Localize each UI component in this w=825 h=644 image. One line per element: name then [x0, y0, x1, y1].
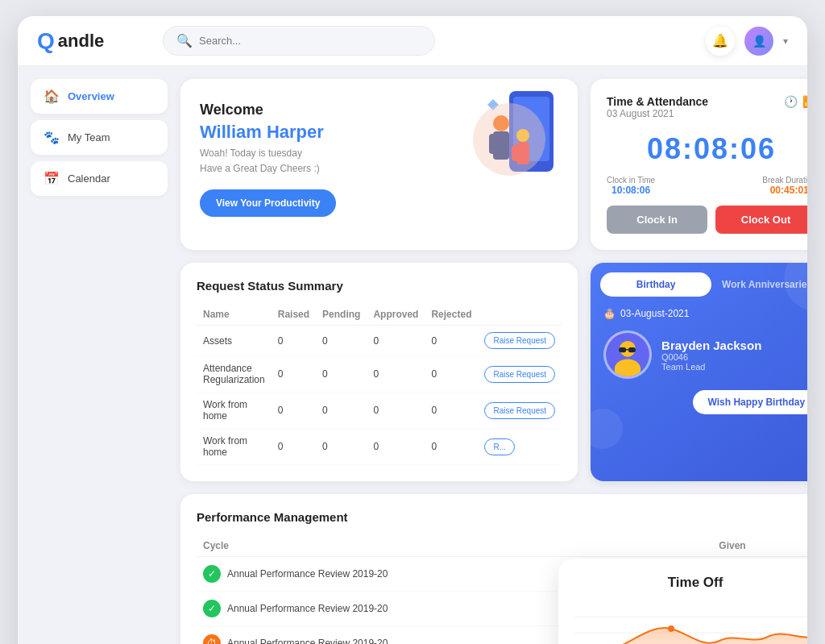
sidebar-item-my-team[interactable]: 🐾 My Team	[31, 120, 168, 155]
table-row: Work from home 0 0 0 0 Raise Request	[197, 393, 562, 429]
attendance-card: Time & Attendance 03 August 2021 🕐 📶 08:…	[591, 79, 807, 250]
request-pending: 0	[316, 429, 367, 465]
logo-q: Q	[37, 28, 55, 54]
attendance-date: 03 August 2021	[607, 108, 708, 119]
avatar-illustration	[606, 330, 649, 379]
time-labels: Clock in Time 10:08:06 Break Duration 00…	[607, 176, 807, 196]
request-rejected: 0	[425, 393, 478, 429]
request-pending: 0	[316, 393, 367, 429]
status-icon: ⏱	[203, 634, 221, 644]
table-row: Work from home 0 0 0 0 R...	[197, 429, 562, 465]
attendance-time-display: 08:08:06	[607, 132, 807, 166]
request-status-card: Request Status Summary Name Raised Pendi…	[180, 263, 578, 481]
request-raised: 0	[272, 356, 316, 393]
view-productivity-button[interactable]: View Your Productivity	[200, 189, 336, 217]
timeoff-card: Time Off	[558, 559, 807, 644]
status-icon: ✓	[203, 600, 221, 617]
main-content: Welcome William Harper Woah! Today is tu…	[180, 79, 807, 644]
request-raised: 0	[272, 393, 316, 429]
birthday-person-name: Brayden Jackson	[661, 339, 761, 352]
break-value: 00:45:01	[762, 185, 807, 196]
logo: Q andle	[37, 28, 150, 54]
attendance-icons: 🕐 📶	[784, 95, 807, 108]
clock-in-button[interactable]: Clock In	[607, 206, 707, 234]
clock-out-button[interactable]: Clock Out	[715, 206, 807, 234]
timeoff-chart	[574, 600, 807, 644]
signal-icon[interactable]: 📶	[802, 95, 807, 108]
illustration-circle	[473, 103, 545, 176]
wish-birthday-button[interactable]: Wish Happy Birthday	[693, 390, 807, 414]
header-actions: 🔔 👤 ▾	[706, 27, 788, 56]
col-rejected: Rejected	[425, 304, 478, 326]
clock-in-info: Clock in Time 10:08:06	[607, 176, 655, 196]
request-name: Assets	[197, 326, 272, 356]
perf-col-cycle: Cycle	[197, 535, 712, 557]
request-name: Work from home	[197, 429, 272, 465]
birthday-content: 🎂 03-August-2021	[591, 297, 807, 430]
timeoff-title: Time Off	[574, 575, 807, 591]
welcome-card: Welcome William Harper Woah! Today is tu…	[180, 79, 578, 250]
home-icon: 🏠	[44, 89, 60, 104]
clock-in-value: 10:08:06	[607, 185, 655, 196]
birthday-person-role: Team Lead	[661, 362, 761, 372]
request-pending: 0	[316, 356, 367, 393]
search-icon: 🔍	[176, 33, 193, 48]
search-input[interactable]	[199, 35, 421, 47]
welcome-illustration	[465, 87, 562, 200]
attendance-title: Time & Attendance	[607, 95, 708, 108]
svg-point-13	[615, 359, 641, 379]
clock-buttons: Clock In Clock Out	[607, 206, 807, 234]
cake-icon: 🎂	[603, 308, 616, 319]
clock-in-label: Clock in Time	[607, 176, 655, 185]
request-name: Attendance Regularization	[197, 356, 272, 393]
request-rejected: 0	[425, 429, 478, 465]
request-approved: 0	[367, 429, 425, 465]
chevron-down-icon[interactable]: ▾	[783, 35, 788, 47]
sidebar-item-calendar[interactable]: 📅 Calendar	[31, 161, 168, 196]
birthday-person-id: Q0046	[661, 352, 761, 362]
performance-title: Performance Management	[197, 510, 807, 524]
col-raised: Raised	[272, 304, 316, 326]
table-row: Attendance Regularization 0 0 0 0 Raise …	[197, 356, 562, 393]
col-pending: Pending	[316, 304, 367, 326]
team-icon: 🐾	[44, 130, 60, 145]
raise-request-button[interactable]: R...	[484, 438, 515, 455]
sidebar-item-label: Calendar	[68, 172, 110, 185]
request-pending: 0	[316, 326, 367, 356]
user-avatar[interactable]: 👤	[744, 27, 773, 56]
app-container: Q andle 🔍 🔔 👤 ▾ 🏠 Overview 🐾 My Team	[18, 16, 807, 644]
raise-request-button[interactable]: Raise Request	[484, 402, 555, 419]
main-layout: 🏠 Overview 🐾 My Team 📅 Calendar Welcome …	[18, 66, 807, 644]
col-action	[478, 304, 562, 326]
search-bar[interactable]: 🔍	[163, 26, 435, 56]
svg-rect-15	[628, 347, 636, 352]
table-row: Assets 0 0 0 0 Raise Request	[197, 326, 562, 356]
bell-icon[interactable]: 🔔	[706, 27, 735, 56]
chart-container: 8AM 10AM 12PM 2PM 4PM 6PM 8PM 10PM	[574, 600, 807, 644]
request-approved: 0	[367, 356, 425, 393]
raise-request-button[interactable]: Raise Request	[484, 366, 555, 383]
header: Q andle 🔍 🔔 👤 ▾	[18, 16, 807, 66]
middle-row: Request Status Summary Name Raised Pendi…	[180, 263, 807, 481]
col-name: Name	[197, 304, 272, 326]
clock-icon[interactable]: 🕐	[784, 95, 798, 108]
birthday-tabs: Birthday Work Anniversaries	[591, 263, 807, 297]
request-rejected: 0	[425, 326, 478, 356]
request-name: Work from home	[197, 393, 272, 429]
sidebar-item-overview[interactable]: 🏠 Overview	[31, 79, 168, 114]
bottom-row: Performance Management Cycle Given ✓ An	[180, 494, 807, 644]
request-approved: 0	[367, 326, 425, 356]
svg-point-21	[668, 625, 674, 632]
birthday-date: 🎂 03-August-2021	[603, 308, 807, 319]
request-raised: 0	[272, 326, 316, 356]
tab-birthday[interactable]: Birthday	[600, 272, 711, 297]
birthday-person-avatar	[603, 330, 652, 379]
calendar-icon: 📅	[44, 171, 60, 186]
col-approved: Approved	[367, 304, 425, 326]
break-info: Break Duration 00:45:01	[762, 176, 807, 196]
raise-request-button[interactable]: Raise Request	[484, 332, 555, 349]
sidebar-item-label: My Team	[68, 131, 110, 143]
sidebar: 🏠 Overview 🐾 My Team 📅 Calendar	[31, 79, 168, 644]
status-icon: ✓	[203, 565, 221, 583]
request-table: Name Raised Pending Approved Rejected As…	[197, 304, 562, 465]
